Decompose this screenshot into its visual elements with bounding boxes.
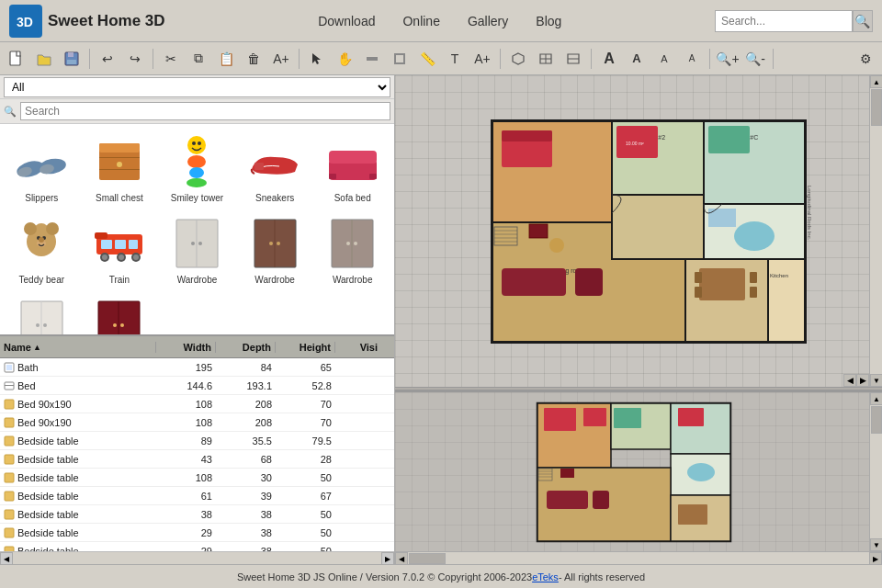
col-depth[interactable]: Depth [216, 342, 276, 353]
pan-tool[interactable]: ✋ [332, 46, 357, 72]
row-bed90x190-1[interactable]: Bed 90x190 108 208 70 [0, 395, 394, 413]
col-height[interactable]: Height [276, 342, 335, 353]
hscroll-left[interactable]: ◀ [0, 552, 13, 565]
cell-bath-height: 65 [276, 362, 335, 373]
svg-point-52 [191, 242, 195, 245]
hscroll-r-left[interactable]: ◀ [395, 552, 408, 564]
room-tool[interactable] [387, 46, 413, 72]
redo-button[interactable]: ↪ [122, 46, 148, 72]
compass-tool[interactable]: A+ [469, 46, 495, 72]
fontsize-xsmall[interactable]: A [679, 46, 705, 72]
view3d-2[interactable] [533, 46, 559, 72]
floor-plan-top[interactable]: Bedroom Bedroom #2 10.00 m² Bedroom #C [395, 75, 882, 387]
vscroll-up[interactable]: ▲ [870, 75, 882, 88]
search-input[interactable] [715, 10, 853, 32]
hscroll-track[interactable] [13, 552, 381, 564]
zoom-in[interactable]: 🔍+ [715, 46, 741, 72]
svg-rect-108 [750, 272, 757, 283]
svg-point-48 [133, 254, 139, 260]
item-grid[interactable]: Slippers Small chest [0, 124, 394, 334]
item-slippers[interactable]: Slippers [4, 128, 80, 208]
row-bedside-2[interactable]: Bedside table 43 68 28 [0, 450, 394, 469]
item-smiley-tower[interactable]: Smiley tower [159, 128, 235, 208]
hscroll-left-arrow[interactable]: ◀ [843, 374, 856, 387]
text-tool[interactable]: T [442, 46, 468, 72]
nav-online[interactable]: Online [402, 14, 439, 28]
statusbar-link[interactable]: eTeks [532, 571, 559, 582]
vscroll-bot-thumb[interactable] [871, 406, 882, 434]
view3d-toggle[interactable] [505, 46, 531, 72]
row-bed[interactable]: Bed 144.6 193.1 52.8 [0, 377, 394, 395]
row-bedside-5[interactable]: Bedside table 38 38 50 [0, 505, 394, 524]
obj-icon-3 [4, 435, 15, 447]
row-bedside-6[interactable]: Bedside table 29 38 50 [0, 524, 394, 542]
svg-rect-41 [115, 240, 126, 249]
extra-button[interactable]: A+ [268, 46, 294, 72]
row-bedside-7[interactable]: Bedside table 29 38 50 [0, 542, 394, 551]
col-width[interactable]: Width [156, 342, 216, 353]
wardrobe4-thumb [12, 296, 71, 334]
item-wardrobe4[interactable]: Wardrobe [4, 291, 80, 334]
nav-gallery[interactable]: Gallery [468, 14, 508, 28]
row-bath[interactable]: Bath 195 84 65 [0, 358, 394, 377]
svg-rect-79 [5, 492, 14, 501]
vscroll-bot-up[interactable]: ▲ [870, 392, 882, 405]
row-bed90x190-2[interactable]: Bed 90x190 108 208 70 [0, 413, 394, 432]
search-button[interactable]: 🔍 [853, 10, 873, 32]
row-bedside-1[interactable]: Bedside table 89 35.5 79.5 [0, 432, 394, 450]
item-wardrobe-cherry[interactable]: Wardrobe cherry [82, 291, 158, 334]
fontsize-small[interactable]: A [651, 46, 677, 72]
open-button[interactable] [31, 46, 57, 72]
dimension-tool[interactable]: 📏 [414, 46, 440, 72]
fontsize-medium[interactable]: A [624, 46, 650, 72]
hscroll-r-thumb[interactable] [409, 553, 446, 564]
list-body[interactable]: Bath 195 84 65 Bed 144.6 193.1 52.8 [0, 358, 394, 551]
item-wardrobe2[interactable]: Wardrobe [237, 209, 313, 289]
svg-rect-133 [614, 408, 641, 428]
smiley-tower-label: Smiley tower [171, 193, 223, 203]
vscrollbar-bottom[interactable]: ▲ ▼ [869, 392, 882, 551]
delete-button[interactable]: 🗑 [241, 46, 266, 72]
vscroll-bot-down[interactable]: ▼ [870, 538, 882, 551]
new-button[interactable] [4, 46, 29, 72]
hscroll-right[interactable]: ▶ [381, 552, 394, 565]
vscroll-down[interactable]: ▼ [870, 374, 882, 387]
item-sneakers[interactable]: Sneakers [237, 128, 313, 208]
cell-bed90-1-name: Bed 90x190 [0, 399, 156, 410]
item-sofa-bed[interactable]: Sofa bed [314, 128, 390, 208]
cut-button[interactable]: ✂ [158, 46, 184, 72]
floor-plan-bottom-3d[interactable]: ▲ ▼ [395, 390, 882, 551]
hscroll-right-arrow[interactable]: ▶ [856, 374, 869, 387]
select-tool[interactable] [304, 46, 330, 72]
wall-tool[interactable] [359, 46, 385, 72]
wardrobe1-label: Wardrobe [177, 275, 218, 285]
item-teddy-bear[interactable]: Teddy bear [4, 209, 80, 289]
item-wardrobe1[interactable]: Wardrobe [159, 209, 235, 289]
col-visible[interactable]: Visi [335, 342, 381, 353]
copy-button[interactable]: ⧉ [186, 46, 211, 72]
paste-button[interactable]: 📋 [213, 46, 239, 72]
item-train[interactable]: Train [82, 209, 158, 289]
vscrollbar-top[interactable]: ▲ ▼ [869, 75, 882, 387]
category-select[interactable]: All Bathroom Bedroom Kitchen Living room… [4, 77, 390, 97]
hscrollbar-right[interactable]: ◀ ▶ [395, 551, 882, 564]
view3d-3[interactable] [560, 46, 586, 72]
furniture-search-input[interactable] [20, 102, 390, 120]
nav-blog[interactable]: Blog [536, 14, 561, 28]
save-button[interactable] [59, 46, 85, 72]
vscroll-thumb[interactable] [871, 89, 882, 126]
row-bedside-4[interactable]: Bedside table 61 39 67 [0, 487, 394, 505]
svg-rect-109 [695, 287, 702, 298]
row-bedside-3[interactable]: Bedside table 108 30 50 [0, 469, 394, 487]
nav-download[interactable]: Download [318, 14, 375, 28]
list-hscrollbar[interactable]: ◀ ▶ [0, 551, 394, 564]
settings-button[interactable]: ⚙ [853, 46, 878, 72]
item-small-chest[interactable]: Small chest [82, 128, 158, 208]
svg-rect-17 [99, 157, 140, 158]
item-wardrobe3[interactable]: Wardrobe [314, 209, 390, 289]
col-name[interactable]: Name ▲ [0, 342, 156, 353]
zoom-out[interactable]: 🔍- [742, 46, 768, 72]
undo-button[interactable]: ↩ [95, 46, 120, 72]
fontsize-large[interactable]: A [596, 46, 622, 72]
hscroll-r-right[interactable]: ▶ [869, 552, 882, 564]
